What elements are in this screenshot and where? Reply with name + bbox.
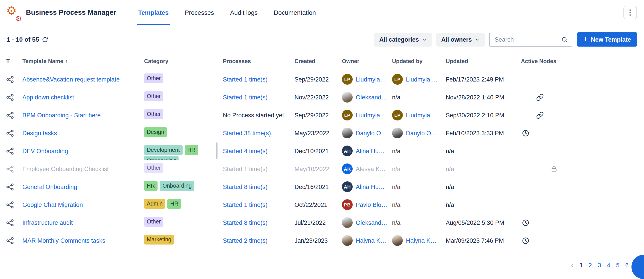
template-name-link[interactable]: App down checklist [22, 94, 74, 101]
pagination-page-4[interactable]: 4 [607, 262, 610, 268]
table-header-row: T Template Name↑ Category Processes Crea… [6, 52, 638, 70]
avatar [342, 235, 353, 246]
column-header-owner[interactable]: Owner [342, 58, 392, 64]
processes-link[interactable]: Started 1 time(s) [223, 76, 268, 83]
table-row: General OnboardingHROnboardingStarted 8 … [6, 178, 638, 196]
processes-link[interactable]: Started 8 time(s) [223, 183, 268, 190]
updated-by-link[interactable]: Liudmyla … [406, 112, 438, 118]
updated-date: Mar/09/2023 7:46 PM [446, 237, 521, 244]
created-date: Sep/29/2022 [294, 76, 342, 83]
table-row: DEV OnboardingDevelopmentHROnboardingSta… [6, 142, 638, 160]
clock-icon [522, 219, 530, 226]
owner-link[interactable]: Oleksand… [356, 219, 387, 226]
search-input[interactable] [494, 36, 562, 43]
category-filter-dropdown[interactable]: All categories [374, 33, 432, 46]
toolbar: 1 - 10 of 55 All categories All owners [0, 32, 644, 47]
pagination-page-1[interactable]: 1 [579, 262, 583, 268]
created-date: Dec/10/2021 [294, 148, 342, 154]
owner-link[interactable]: Oleksand… [356, 94, 387, 101]
scrollbar-thumb[interactable] [216, 142, 218, 159]
updated-by-link[interactable]: Danylo O… [406, 130, 437, 136]
avatar: LP [342, 74, 353, 85]
updated-by-text: n/a [392, 94, 400, 101]
column-header-updated-by[interactable]: Updated by [392, 58, 446, 64]
tab-processes[interactable]: Processes [184, 0, 216, 25]
column-header-created[interactable]: Created [294, 58, 342, 64]
table-row: Infrastructure auditOtherStarted 8 time(… [6, 214, 638, 231]
tab-templates[interactable]: Templates [137, 0, 170, 25]
owner-link[interactable]: Alesya K… [356, 165, 386, 172]
processes-link[interactable]: Started 4 time(s) [223, 148, 268, 154]
pagination-page-5[interactable]: 5 [616, 262, 620, 268]
column-header-processes[interactable]: Processes [223, 58, 294, 64]
template-name-link[interactable]: General Onboarding [22, 183, 77, 190]
template-type-icon [6, 183, 14, 191]
template-type-icon [6, 201, 14, 208]
tab-documentation[interactable]: Documentation [272, 0, 317, 25]
owner-link[interactable]: Pavlo Blo… [356, 201, 387, 208]
owner-link[interactable]: Danylo O… [356, 130, 387, 136]
processes-link[interactable]: Started 1 time(s) [223, 94, 268, 101]
table-row: Absence&Vacation request templateOtherSt… [6, 70, 638, 88]
avatar: LP [392, 74, 403, 85]
column-header-template-name[interactable]: Template Name↑ [22, 58, 144, 64]
tab-audit-logs[interactable]: Audit logs [229, 0, 259, 25]
column-header-active-nodes[interactable]: Active Nodes [521, 58, 638, 64]
avatar [342, 128, 353, 138]
processes-link[interactable]: Started 8 time(s) [223, 219, 268, 226]
more-options-button[interactable]: ⋮ [624, 6, 637, 19]
template-name-link[interactable]: MAR Monthly Comments tasks [22, 237, 106, 244]
clock-icon [522, 129, 530, 137]
link-icon [536, 111, 544, 119]
updated-by-link[interactable]: Liudmyla … [406, 76, 438, 83]
processes-link[interactable]: Started 1 time(s) [223, 201, 268, 208]
template-name-link[interactable]: Google Chat Migration [22, 201, 83, 208]
pagination-prev[interactable]: ‹ [571, 261, 574, 269]
refresh-icon[interactable] [42, 37, 48, 42]
category-badge: Other [144, 217, 164, 227]
template-name-link[interactable]: Infrastructure audit [22, 219, 73, 226]
updated-date: Feb/10/2023 3:33 PM [446, 130, 521, 136]
pagination-page-6[interactable]: 6 [625, 262, 628, 268]
toolbar-controls: All categories All owners + New Template [374, 32, 637, 47]
processes-link[interactable]: Started 38 time(s) [223, 130, 271, 136]
chevron-down-icon [422, 37, 427, 42]
avatar: AH [342, 181, 353, 192]
column-header-category[interactable]: Category [144, 58, 223, 64]
category-badge: Other [144, 74, 164, 83]
owner-link[interactable]: Halyna K… [356, 237, 386, 244]
pagination-page-2[interactable]: 2 [588, 262, 592, 268]
category-badge: Other [144, 109, 164, 119]
kebab-icon: ⋮ [626, 8, 634, 17]
pagination-page-3[interactable]: 3 [598, 262, 601, 268]
updated-date: n/a [446, 165, 521, 172]
avatar [342, 92, 353, 103]
owner-link[interactable]: Liudmyla … [356, 112, 388, 118]
owner-link[interactable]: Alina Hu… [356, 183, 385, 190]
updated-date: Nov/28/2022 1:40 PM [446, 94, 521, 101]
category-badge: HR [144, 181, 158, 191]
processes-link[interactable]: Started 2 time(s) [223, 237, 268, 244]
template-name-link[interactable]: Employee Onboarding Checklist [22, 165, 109, 172]
template-name-link[interactable]: Design tasks [22, 130, 57, 136]
updated-by-link[interactable]: Halyna K… [406, 237, 436, 244]
table-row: BPM Onboarding - Start hereOtherNo Proce… [6, 106, 638, 124]
template-name-link[interactable]: Absence&Vacation request template [22, 76, 120, 83]
owner-filter-dropdown[interactable]: All owners [436, 33, 485, 46]
table-body: Absence&Vacation request templateOtherSt… [6, 70, 638, 249]
template-type-icon [6, 76, 14, 83]
created-date: Jan/23/2023 [294, 237, 342, 244]
template-name-link[interactable]: DEV Onboarding [22, 148, 68, 154]
owner-link[interactable]: Alina Hu… [356, 148, 385, 154]
owner-link[interactable]: Liudmyla … [356, 76, 388, 83]
template-name-link[interactable]: BPM Onboarding - Start here [22, 112, 101, 118]
column-header-updated[interactable]: Updated [446, 58, 521, 64]
column-header-type[interactable]: T [6, 58, 22, 64]
created-date: May/10/2022 [294, 165, 342, 172]
floating-help-button[interactable] [632, 255, 644, 279]
avatar: AK [342, 163, 353, 174]
template-type-icon [6, 237, 14, 244]
link-icon [536, 93, 544, 101]
new-template-button[interactable]: + New Template [577, 32, 637, 47]
updated-by-text: n/a [392, 148, 400, 154]
